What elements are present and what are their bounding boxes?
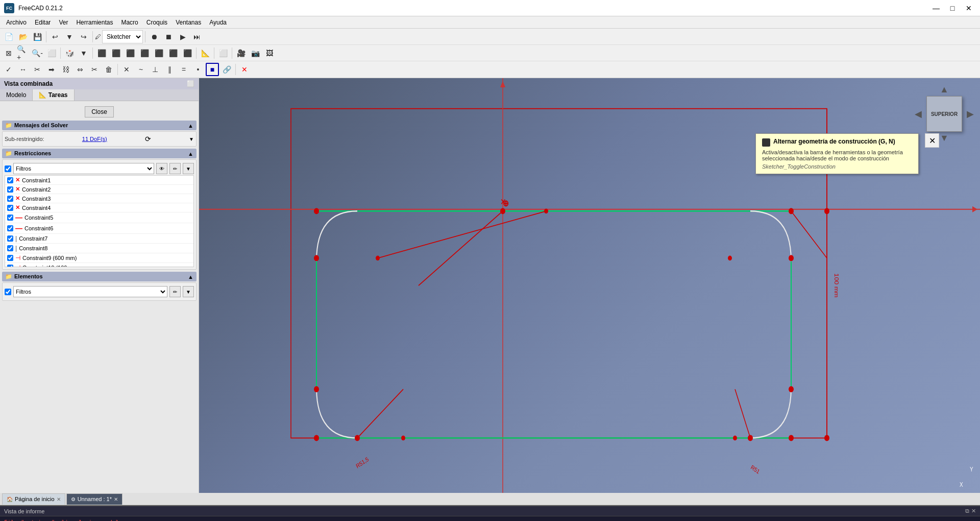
elements-all-checkbox[interactable] xyxy=(5,289,11,295)
constraint-checkbox-7[interactable] xyxy=(7,245,13,251)
menu-editar[interactable]: Editar xyxy=(31,18,55,27)
cam2-button[interactable]: 📷 xyxy=(249,46,262,60)
sketch-delete-button[interactable]: 🗑 xyxy=(102,63,115,76)
view-left-button[interactable]: ⬛ xyxy=(181,46,194,60)
close-button[interactable]: ✕ xyxy=(962,3,976,13)
constraint-item[interactable]: ⊣ Constraint9 (600 mm) xyxy=(5,253,193,263)
new-file-button[interactable]: 📄 xyxy=(2,30,15,43)
elements-dropdown-button[interactable]: ▼ xyxy=(183,286,194,297)
maximize-button[interactable]: □ xyxy=(945,3,960,13)
sketch-link-button[interactable]: ⛓ xyxy=(59,63,72,76)
elements-filter-select[interactable]: Filtros xyxy=(13,286,167,297)
canvas-area[interactable]: ▲ ▼ ◀ ▶ SUPERIOR Alternar geometría de c… xyxy=(199,78,980,493)
constraints-all-checkbox[interactable] xyxy=(5,165,11,172)
view-bottom-button[interactable]: ⬛ xyxy=(166,46,180,60)
arc-top-right[interactable] xyxy=(750,211,791,261)
stop-macro-button[interactable]: ⏹ xyxy=(162,30,175,43)
view-top-button[interactable]: ⬛ xyxy=(109,46,122,60)
constraint-item[interactable]: ✕ Constraint4 xyxy=(5,203,193,212)
view-dropdown-button[interactable]: ▼ xyxy=(77,46,90,60)
zoom-out-button[interactable]: 🔍- xyxy=(31,46,44,60)
undo-dropdown-button[interactable]: ▼ xyxy=(63,30,76,43)
tab-tareas[interactable]: 📐 Tareas xyxy=(33,89,74,101)
menu-macro[interactable]: Macro xyxy=(117,18,142,27)
menu-croquis[interactable]: Croquis xyxy=(142,18,172,27)
arc-bottom-right[interactable] xyxy=(750,387,791,438)
constraint-item[interactable]: ✕ Constraint2 xyxy=(5,185,193,194)
constraint-checkbox-8[interactable] xyxy=(7,255,13,261)
record-macro-button[interactable]: ⏺ xyxy=(148,30,161,43)
constraint-tangent-button[interactable]: ~ xyxy=(134,63,148,76)
point-top-left[interactable] xyxy=(314,208,319,214)
elements-edit-button[interactable]: ✏ xyxy=(169,286,181,297)
select-all-button[interactable]: ⬜ xyxy=(216,46,230,60)
tab-inicio[interactable]: 🏠 Página de inicio ✕ xyxy=(2,493,65,505)
panel-expand-icon[interactable]: ⬜ xyxy=(187,80,194,87)
constraint-checkbox-1[interactable] xyxy=(7,186,13,193)
tab-unnamed-close[interactable]: ✕ xyxy=(114,496,118,502)
constraint-item[interactable]: ✕ Constraint3 xyxy=(5,194,193,203)
constraints-eye-button[interactable]: 👁 xyxy=(156,163,167,174)
point-left-top[interactable] xyxy=(314,255,319,261)
open-file-button[interactable]: 📂 xyxy=(16,30,30,43)
sketch-split-button[interactable]: ✂ xyxy=(88,63,101,76)
view-iso-button[interactable]: ⬛ xyxy=(138,46,151,60)
constraint-item[interactable]: | Constraint7 xyxy=(5,234,193,244)
measure-button[interactable]: 📐 xyxy=(199,46,212,60)
constraint-perpendicular-button[interactable]: ⊥ xyxy=(149,63,162,76)
save-file-button[interactable]: 💾 xyxy=(31,30,44,43)
constraint-point-button[interactable]: • xyxy=(191,63,205,76)
zoom-in-button[interactable]: 🔍+ xyxy=(16,46,30,60)
solver-dropdown-icon[interactable]: ▼ xyxy=(189,136,194,142)
tab-modelo[interactable]: Modelo xyxy=(0,89,33,101)
menu-ayuda[interactable]: Ayuda xyxy=(205,18,231,27)
constraint-item[interactable]: ⊣ Constraint10 (100... xyxy=(5,263,193,267)
play2-macro-button[interactable]: ⏭ xyxy=(190,30,204,43)
menu-archivo[interactable]: Archivo xyxy=(2,18,31,27)
cam3-button[interactable]: 🖼 xyxy=(263,46,276,60)
sketch-sym-button[interactable]: ⇔ xyxy=(74,63,87,76)
constraint-checkbox-6[interactable] xyxy=(7,235,13,242)
minimize-button[interactable]: — xyxy=(929,3,943,13)
constraint-item[interactable]: — Constraint6 xyxy=(5,223,193,234)
elements-collapse-icon[interactable]: ▲ xyxy=(188,274,193,280)
constraint-item[interactable]: | Constraint8 xyxy=(5,244,193,253)
point-bottom-right-corner[interactable] xyxy=(789,435,794,441)
point-bottom-left-corner[interactable] xyxy=(314,435,319,441)
delete-constraint-button[interactable]: ✕ xyxy=(238,63,251,76)
solver-collapse-icon[interactable]: ▲ xyxy=(188,123,193,129)
constraint-checkbox-9[interactable] xyxy=(7,265,13,267)
point-right-bottom[interactable] xyxy=(789,386,794,392)
tooltip-close-button[interactable]: ✕ xyxy=(925,133,939,148)
menu-herramientas[interactable]: Herramientas xyxy=(72,18,117,27)
constraint-item[interactable]: — Constraint5 xyxy=(5,212,193,223)
constraint-parallel-button[interactable]: ∥ xyxy=(163,63,176,76)
point-left-bottom[interactable] xyxy=(314,386,319,392)
view-back-button[interactable]: ⬛ xyxy=(152,46,165,60)
redo-button[interactable]: ↪ xyxy=(77,30,90,43)
constraints-filter-select[interactable]: Filtros xyxy=(13,163,154,174)
cam1-button[interactable]: 🎥 xyxy=(234,46,248,60)
constraint-item[interactable]: ✕ Constraint1 xyxy=(5,176,193,185)
solver-dof-value[interactable]: 11 DoF(s) xyxy=(82,136,107,142)
arc-bottom-left[interactable] xyxy=(316,387,357,438)
constraint-checkbox-3[interactable] xyxy=(7,205,13,211)
point-dim-right-top[interactable] xyxy=(824,208,829,214)
constraint-coincident-button[interactable]: ✕ xyxy=(120,63,133,76)
constraints-edit-button[interactable]: ✏ xyxy=(169,163,181,174)
constraint-checkbox-0[interactable] xyxy=(7,177,13,183)
constraint-checkbox-5[interactable] xyxy=(7,225,13,231)
log-float-button[interactable]: ⧉ xyxy=(965,508,969,514)
menu-ver[interactable]: Ver xyxy=(55,18,72,27)
sketch-move-button[interactable]: ↔ xyxy=(16,63,30,76)
log-close-button[interactable]: ✕ xyxy=(971,508,976,514)
point-arc-ctrl2[interactable] xyxy=(728,255,732,260)
undo-button[interactable]: ↩ xyxy=(48,30,62,43)
workbench-selector[interactable]: Sketcher xyxy=(102,30,143,43)
point-right-top[interactable] xyxy=(789,255,794,261)
sketch-extend-button[interactable]: ➡ xyxy=(45,63,58,76)
constraints-section-header[interactable]: 📁Restricciones ▲ xyxy=(2,149,197,158)
tab-inicio-close[interactable]: ✕ xyxy=(57,496,61,502)
menu-ventanas[interactable]: Ventanas xyxy=(172,18,205,27)
elements-section-header[interactable]: 📁Elementos ▲ xyxy=(2,272,197,281)
